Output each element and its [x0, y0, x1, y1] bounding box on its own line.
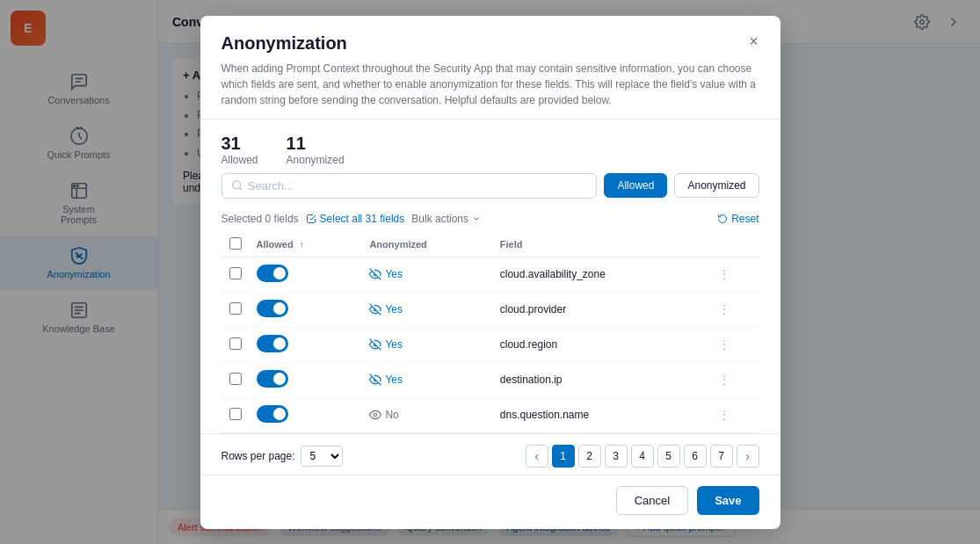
modal-toolbar: Selected 0 fields Select all 31 fields B…	[200, 209, 780, 232]
col-actions-header	[711, 232, 759, 257]
select-all-checkbox[interactable]	[229, 237, 242, 250]
anonymization-table: Allowed ↑ Anonymized Field Yes cloud.ava…	[221, 232, 759, 433]
eye-off-icon	[369, 303, 381, 316]
row-checkbox-2[interactable]	[229, 337, 242, 350]
row-checkbox-3[interactable]	[229, 373, 242, 385]
save-button[interactable]: Save	[697, 486, 759, 515]
modal-description: When adding Prompt Context throughout th…	[221, 61, 759, 108]
allowed-count: 31	[221, 134, 258, 154]
reset-button[interactable]: Reset	[717, 213, 759, 225]
stat-allowed: 31 Allowed	[221, 134, 258, 166]
anonymized-yes-1[interactable]: Yes	[369, 303, 485, 316]
reset-label: Reset	[731, 213, 759, 225]
page-3-button[interactable]: 3	[605, 445, 628, 468]
col-allowed-header[interactable]: Allowed ↑	[250, 232, 363, 257]
anonymization-modal: Anonymization When adding Prompt Context…	[200, 16, 780, 529]
modal-footer: Cancel Save	[200, 475, 780, 529]
search-box	[221, 173, 598, 199]
field-cell-2: cloud.region	[493, 327, 711, 362]
filter-anonymized-button[interactable]: Anonymized	[674, 173, 759, 198]
row-checkbox-4[interactable]	[229, 408, 242, 420]
allowed-toggle-1[interactable]	[257, 300, 288, 317]
table-row: Yes cloud.provider⋮	[221, 292, 759, 327]
field-cell-3: destination.ip	[493, 362, 711, 397]
anonymized-yes-2[interactable]: Yes	[369, 338, 485, 351]
page-7-button[interactable]: 7	[710, 445, 733, 468]
sort-icon: ↑	[300, 239, 305, 250]
modal-overlay: Anonymization When adding Prompt Context…	[0, 0, 980, 544]
bulk-actions-button[interactable]: Bulk actions	[411, 213, 481, 225]
allowed-label: Allowed	[221, 154, 258, 166]
table-row: No dns.question.name⋮	[221, 397, 759, 432]
table-row: Yes destination.ip⋮	[221, 362, 759, 397]
table-row: Yes cloud.availability_zone⋮	[221, 257, 759, 292]
table-wrapper: Allowed ↑ Anonymized Field Yes cloud.ava…	[200, 232, 780, 433]
eye-icon	[369, 409, 381, 421]
stat-anonymized: 11 Anonymized	[287, 134, 345, 166]
anonymized-label: Anonymized	[287, 154, 345, 166]
modal-stats: 31 Allowed 11 Anonymized	[200, 120, 780, 173]
drag-handle-2[interactable]: ⋮	[718, 337, 730, 352]
drag-handle-3[interactable]: ⋮	[718, 373, 730, 387]
field-cell-0: cloud.availability_zone	[493, 257, 711, 292]
bulk-actions-label: Bulk actions	[411, 213, 468, 225]
anonymized-yes-3[interactable]: Yes	[369, 374, 485, 386]
col-checkbox	[221, 232, 250, 257]
rows-per-page: Rows per page: 51025	[221, 446, 343, 467]
table-row: Yes cloud.region⋮	[221, 327, 759, 362]
eye-off-icon	[369, 338, 381, 351]
page-prev-button[interactable]: ‹	[526, 445, 548, 468]
allowed-toggle-0[interactable]	[257, 265, 288, 282]
allowed-toggle-4[interactable]	[257, 405, 288, 423]
row-checkbox-0[interactable]	[229, 267, 242, 279]
field-cell-4: dns.question.name	[493, 397, 711, 432]
select-all-button[interactable]: Select all 31 fields	[306, 213, 405, 225]
page-next-button[interactable]: ›	[737, 445, 759, 468]
select-all-label: Select all 31 fields	[320, 213, 405, 225]
search-input[interactable]	[248, 179, 588, 192]
allowed-toggle-3[interactable]	[257, 370, 288, 388]
allowed-toggle-2[interactable]	[257, 335, 288, 352]
drag-handle-1[interactable]: ⋮	[718, 302, 730, 316]
anonymized-no-4[interactable]: No	[369, 409, 485, 421]
rows-per-page-select[interactable]: 51025	[301, 446, 343, 467]
chevron-down-icon	[472, 214, 481, 223]
search-row: Allowed Anonymized	[200, 173, 780, 209]
drag-handle-0[interactable]: ⋮	[718, 267, 730, 281]
select-all-icon	[306, 214, 316, 224]
filter-allowed-button[interactable]: Allowed	[604, 173, 667, 198]
page-4-button[interactable]: 4	[631, 445, 654, 468]
eye-off-icon	[369, 268, 381, 280]
svg-point-12	[374, 413, 378, 417]
eye-off-icon	[369, 374, 381, 386]
page-1-button[interactable]: 1	[552, 445, 575, 468]
selected-fields-label: Selected 0 fields	[221, 213, 299, 225]
toolbar-left: Selected 0 fields Select all 31 fields B…	[221, 213, 482, 225]
modal-header: Anonymization When adding Prompt Context…	[200, 16, 780, 120]
cancel-button[interactable]: Cancel	[616, 486, 688, 515]
rows-per-page-label: Rows per page:	[221, 450, 295, 462]
row-checkbox-1[interactable]	[229, 302, 242, 315]
modal-close-button[interactable]: ×	[742, 30, 766, 54]
drag-handle-4[interactable]: ⋮	[718, 408, 730, 422]
page-2-button[interactable]: 2	[578, 445, 601, 468]
col-anonymized-header: Anonymized	[362, 232, 492, 257]
page-5-button[interactable]: 5	[657, 445, 680, 468]
page-6-button[interactable]: 6	[684, 445, 707, 468]
modal-title: Anonymization	[221, 33, 759, 54]
pagination: Rows per page: 51025 ‹ 1 2 3 4 5 6 7 ›	[200, 433, 780, 475]
page-nav: ‹ 1 2 3 4 5 6 7 ›	[526, 445, 759, 468]
anonymized-count: 11	[287, 134, 345, 154]
field-cell-1: cloud.provider	[493, 292, 711, 327]
search-icon	[231, 179, 243, 192]
reset-icon	[717, 214, 728, 224]
col-field-header: Field	[493, 232, 711, 257]
anonymized-yes-0[interactable]: Yes	[369, 268, 485, 280]
